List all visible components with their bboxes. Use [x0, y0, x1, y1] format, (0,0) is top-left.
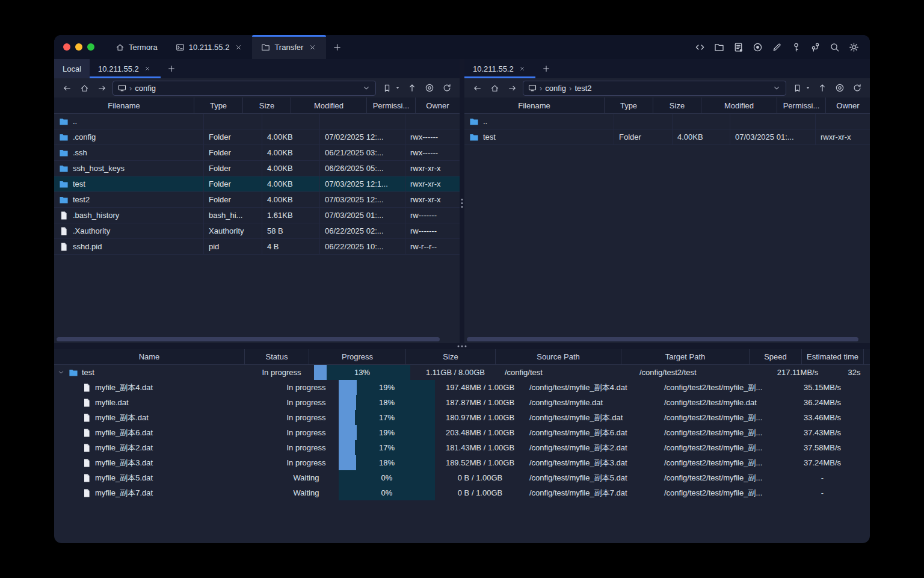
column-header-type[interactable]: Type [194, 98, 243, 113]
transfer-row[interactable]: myfile_副本2.datIn progress17%181.43MB / 1… [54, 440, 870, 455]
progress-cell: 0% [338, 468, 436, 487]
size-cell [673, 114, 730, 129]
transfer-row[interactable]: myfile_副本4.datIn progress19%197.48MB / 1… [54, 380, 870, 395]
column-header-size[interactable]: Size [243, 98, 291, 113]
column-header-permissi[interactable]: Permissi... [367, 98, 416, 113]
column-header-modified[interactable]: Modified [291, 98, 367, 113]
column-header-status[interactable]: Status [245, 349, 309, 364]
transfer-row[interactable]: testIn progress13%1.11GB / 8.00GB/config… [54, 365, 870, 380]
back-button[interactable] [470, 81, 484, 95]
transfer-row[interactable]: myfile_副本5.datWaiting0%0 B / 1.00GB/conf… [54, 470, 870, 485]
code-button[interactable] [692, 39, 707, 55]
settings-button[interactable] [846, 39, 861, 55]
transfer-row[interactable]: myfile_副本7.datWaiting0%0 B / 1.00GB/conf… [54, 485, 870, 500]
new-session-tab-button[interactable] [535, 59, 557, 78]
path-breadcrumb-field[interactable]: ›config [112, 81, 376, 96]
bookmark-button[interactable] [790, 81, 804, 95]
column-header-name[interactable]: Name [54, 349, 245, 364]
file-row[interactable]: .. [464, 114, 870, 129]
file-row[interactable]: testFolder4.00KB07/03/2025 12:1...rwxr-x… [54, 176, 460, 192]
refresh-button[interactable] [440, 81, 454, 95]
window-tab-termora[interactable]: Termora [106, 35, 167, 59]
file-row[interactable]: .bash_historybash_hi...1.61KB07/03/2025 … [54, 208, 460, 223]
close-tab-icon[interactable] [233, 42, 243, 52]
transfer-row[interactable]: myfile_副本3.datIn progress18%189.52MB / 1… [54, 455, 870, 470]
breadcrumb-segment[interactable]: config [545, 84, 566, 93]
bookmark-dropdown-button[interactable] [394, 81, 401, 95]
session-tab-10-211-55-2[interactable]: 10.211.55.2 [464, 59, 535, 78]
horizontal-scrollbar[interactable] [57, 337, 456, 341]
close-tab-icon[interactable] [143, 64, 152, 73]
file-row[interactable]: .configFolder4.00KB07/02/2025 12:...rwx-… [54, 129, 460, 145]
transfer-row[interactable]: myfile.datIn progress18%187.87MB / 1.00G… [54, 395, 870, 410]
horizontal-splitter[interactable] [54, 343, 870, 349]
file-row[interactable]: testFolder4.00KB07/03/2025 01:...rwxr-xr… [464, 129, 870, 145]
file-row[interactable]: .. [54, 114, 460, 129]
window-tab-transfer[interactable]: Transfer [252, 35, 326, 59]
session-tab-local[interactable]: Local [54, 59, 90, 78]
scrollbar-thumb[interactable] [57, 337, 440, 341]
parent-directory-button[interactable] [405, 81, 419, 95]
file-row[interactable]: sshd.pidpid4 B06/22/2025 10:...rw-r--r-- [54, 239, 460, 255]
show-hidden-files-button[interactable] [423, 81, 436, 95]
column-header-source-path[interactable]: Source Path [496, 349, 621, 364]
macro-record-button[interactable] [750, 39, 765, 55]
expand-chevron-icon[interactable] [57, 368, 65, 376]
search-button[interactable] [827, 39, 842, 55]
close-window-button[interactable] [63, 43, 70, 51]
close-tab-icon[interactable] [517, 64, 527, 73]
column-header-size[interactable]: Size [406, 349, 496, 364]
file-row[interactable]: .XauthorityXauthority58 B06/22/2025 02:.… [54, 223, 460, 239]
key-button[interactable] [788, 39, 804, 55]
edit-button[interactable] [769, 39, 784, 55]
horizontal-scrollbar[interactable] [467, 337, 866, 341]
zoom-window-button[interactable] [87, 43, 94, 51]
show-hidden-files-button[interactable] [833, 81, 846, 95]
home-button[interactable] [78, 81, 91, 95]
progress-track: 13% [314, 365, 410, 380]
file-row[interactable]: test2Folder4.00KB07/03/2025 12:...rwxr-x… [54, 192, 460, 208]
column-header-filename[interactable]: Filename [464, 98, 605, 113]
column-header-size[interactable]: Size [653, 98, 701, 113]
column-header-owner[interactable]: Owner [826, 98, 870, 113]
breadcrumb-segment[interactable]: config [135, 84, 156, 93]
forward-button[interactable] [95, 81, 108, 95]
bookmark-button[interactable] [380, 81, 393, 95]
back-icon [473, 84, 482, 93]
refresh-button[interactable] [851, 81, 864, 95]
window-tab-10-211-55-2[interactable]: 10.211.55.2 [167, 35, 253, 59]
path-dropdown-chevron-icon[interactable] [772, 84, 781, 92]
new-session-tab-button[interactable] [161, 59, 182, 78]
back-button[interactable] [60, 81, 73, 95]
scrollbar-thumb[interactable] [467, 337, 858, 341]
column-header-estimated-time[interactable]: Estimated time [802, 349, 864, 364]
path-dropdown-chevron-icon[interactable] [362, 84, 371, 92]
source-path-cell: /config/test [500, 365, 635, 380]
new-window-tab-button[interactable] [326, 35, 348, 59]
bookmark-dropdown-button[interactable] [804, 81, 812, 95]
column-header-filename[interactable]: Filename [54, 98, 194, 113]
column-header-speed[interactable]: Speed [750, 349, 802, 364]
minimize-window-button[interactable] [75, 43, 82, 51]
close-tab-icon[interactable] [307, 42, 317, 52]
column-header-progress[interactable]: Progress [309, 349, 406, 364]
keychain-button[interactable] [807, 39, 823, 55]
file-row[interactable]: ssh_host_keysFolder4.00KB06/26/2025 05:.… [54, 161, 460, 176]
column-header-type[interactable]: Type [605, 98, 653, 113]
home-button[interactable] [488, 81, 501, 95]
transfer-row[interactable]: myfile_副本.datIn progress17%180.97MB / 1.… [54, 410, 870, 425]
column-header-permissi[interactable]: Permissi... [777, 98, 826, 113]
column-header-modified[interactable]: Modified [701, 98, 777, 113]
folders-button[interactable] [711, 39, 727, 55]
path-breadcrumb-field[interactable]: ›config›test2 [523, 81, 786, 96]
column-header-target-path[interactable]: Target Path [621, 349, 750, 364]
breadcrumb-segment[interactable]: test2 [574, 84, 591, 93]
column-header-owner[interactable]: Owner [416, 98, 460, 113]
forward-button[interactable] [505, 81, 519, 95]
file-row[interactable]: .sshFolder4.00KB06/21/2025 03:...rwx----… [54, 145, 460, 161]
session-tab-10-211-55-2[interactable]: 10.211.55.2 [90, 59, 161, 78]
log-button[interactable] [730, 39, 746, 55]
transfer-row[interactable]: myfile_副本6.datIn progress19%203.48MB / 1… [54, 425, 870, 440]
vertical-splitter[interactable] [460, 59, 464, 343]
parent-directory-button[interactable] [816, 81, 829, 95]
